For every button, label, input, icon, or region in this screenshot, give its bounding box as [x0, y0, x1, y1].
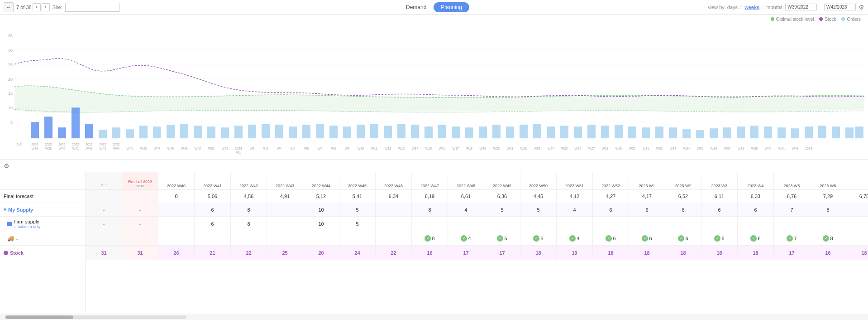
next-page-button[interactable]: › [42, 3, 50, 11]
svg-rect-33 [289, 126, 297, 138]
date-from-input[interactable] [785, 4, 817, 10]
svg-text:W16: W16 [439, 147, 445, 150]
bottom-toolbar: ⚙ [0, 160, 868, 172]
svg-text:W18: W18 [466, 147, 472, 150]
svg-text:W25: W25 [561, 147, 568, 150]
truck-icon: 🚚 [7, 235, 14, 242]
svg-text:W5: W5 [291, 147, 296, 150]
svg-rect-27 [207, 126, 215, 138]
site-input[interactable] [65, 3, 119, 12]
stock-w48: 17 [448, 246, 484, 260]
svg-text:W38: W38 [32, 147, 38, 150]
col-rest2022-label: Rest of 2022 [128, 179, 152, 184]
label-final-forecast: Final forecast [0, 189, 86, 203]
firm-rest2022: - [122, 217, 158, 231]
forecast-d1: – [86, 189, 122, 203]
data-grid[interactable]: D-1 Rest of 2022 W39 2022 W40 2022 W41 2… [86, 172, 868, 314]
col-header-2023w6: 2023 W6 [810, 172, 846, 189]
stock-2023w2: 18 [665, 246, 701, 260]
tab-planning[interactable]: Planning [434, 2, 469, 12]
chart-legend: Optimal stock level Stock Orders [0, 15, 868, 24]
svg-text:W10: W10 [358, 147, 364, 150]
chart-svg: 35 30 25 20 15 10 5 [0, 24, 868, 159]
svg-text:W3: W3 [263, 147, 268, 150]
stock-w47: 16 [412, 246, 448, 260]
truck-w40 [158, 231, 195, 245]
truck-w50: ✓ 5 [520, 231, 557, 245]
forecast-w49: 6,36 [484, 189, 520, 203]
svg-text:2023: 2023 [805, 147, 812, 150]
stock-2023w3: 18 [701, 246, 738, 260]
svg-rect-58 [628, 126, 636, 138]
supply-2023w3: 6 [701, 203, 738, 216]
svg-text:2022: 2022 [99, 143, 106, 146]
svg-rect-37 [343, 126, 351, 138]
view-weeks-option[interactable]: weeks [744, 5, 759, 10]
stock-color-indicator [4, 251, 8, 255]
view-by-label: view by [708, 5, 725, 10]
prev-page-button[interactable]: ‹ [33, 3, 41, 11]
svg-rect-30 [248, 125, 256, 138]
scrollbar-row[interactable] [0, 314, 868, 320]
supply-w52: 6 [593, 203, 629, 216]
scrollbar-track[interactable] [5, 315, 186, 319]
table-gear-icon[interactable]: ⚙ [4, 162, 10, 170]
svg-text:W34: W34 [683, 147, 690, 150]
svg-text:W49: W49 [181, 147, 187, 150]
svg-text:W32: W32 [656, 147, 663, 150]
stock-rest2022: 31 [122, 246, 158, 260]
svg-rect-36 [329, 126, 338, 138]
svg-rect-25 [180, 124, 188, 138]
view-months-option[interactable]: months [766, 5, 782, 10]
col-header-w44: 2022 W44 [303, 172, 339, 189]
svg-text:W4: W4 [277, 147, 282, 150]
stock-dot [819, 17, 823, 21]
forecast-w47: 6,19 [412, 189, 448, 203]
badge-w50: ✓ [533, 235, 539, 242]
scrollbar-thumb[interactable] [5, 315, 73, 319]
stock-w52: 18 [593, 246, 629, 260]
svg-rect-45 [452, 126, 460, 138]
forecast-2023w3: 6,11 [701, 189, 738, 203]
col-header-w51: 2022 W51 [557, 172, 593, 189]
svg-rect-21 [126, 129, 134, 138]
firm-supply-color-indicator [7, 222, 12, 226]
col-header-w50: 2022 W50 [520, 172, 557, 189]
badge-2023w4: ✓ [750, 235, 757, 242]
supply-2023w2: 6 [665, 203, 701, 216]
svg-text:W12: W12 [385, 147, 391, 150]
forecast-w40: 0 [158, 189, 195, 203]
date-to-input[interactable] [824, 4, 856, 10]
svg-text:W39: W39 [45, 147, 52, 150]
supply-w48: 4 [448, 203, 484, 216]
col-header-2023w2: 2023 W2 [665, 172, 701, 189]
optimal-label: Optimal stock level [776, 17, 814, 22]
truck-2023w1: ✓ 6 [629, 231, 665, 245]
supply-2023w6: 8 [810, 203, 846, 216]
back-button[interactable]: ← [4, 2, 14, 12]
svg-text:W17: W17 [453, 147, 459, 150]
tab-demand[interactable]: Demand [399, 2, 434, 12]
stock-label: Stock [825, 17, 836, 22]
label-my-supply[interactable]: ▾ My Supply [0, 203, 86, 217]
truck-2023w3: ✓ 6 [701, 231, 738, 245]
svg-rect-72 [818, 126, 826, 138]
svg-text:10: 10 [8, 106, 13, 110]
forecast-2023w6b: 6,75 [846, 189, 868, 203]
stock-row: 31 31 26 21 22 25 20 24 22 16 17 17 18 1… [86, 246, 868, 260]
col-header-w43: 2022 W43 [267, 172, 303, 189]
badge-2023w5: ✓ [787, 235, 793, 242]
truck-2023w6-cell: ✓ 8 [823, 235, 833, 242]
col-header-2023w4: 2023 W4 [738, 172, 774, 189]
svg-rect-46 [465, 127, 473, 138]
svg-text:W41: W41 [778, 147, 785, 150]
svg-text:W47: W47 [154, 147, 160, 150]
settings-icon[interactable]: ⚙ [858, 4, 864, 11]
svg-text:25: 25 [8, 63, 13, 67]
tab-group: Demand Planning [399, 2, 469, 12]
firm-w47 [412, 217, 448, 231]
view-days-option[interactable]: days [727, 5, 738, 10]
forecast-w45: 5,41 [339, 189, 376, 203]
col-header-2023w5: 2023 W5 [774, 172, 810, 189]
svg-text:20: 20 [8, 77, 13, 82]
